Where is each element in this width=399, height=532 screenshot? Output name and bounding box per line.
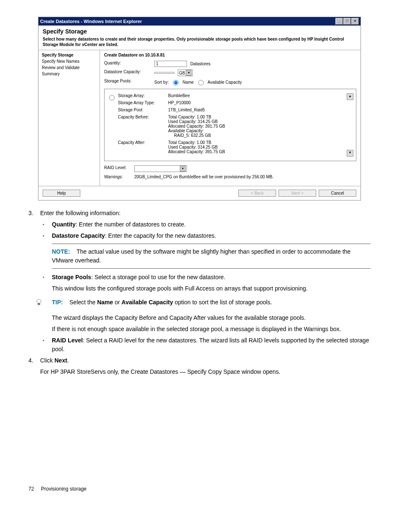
bullet-text: : Enter the number of datastores to crea…	[76, 221, 186, 228]
after-line2: Used Capacity: 314.25 GB	[168, 145, 347, 149]
bullet-text: : Select a RAID level for the new datast…	[52, 337, 369, 352]
pool-select-radio[interactable]	[109, 95, 115, 100]
tip-text: Select the	[69, 299, 97, 306]
step-body: Click Next. For HP 3PAR StoreServs only,…	[40, 356, 371, 376]
capacity-after-value: Total Capacity: 1.00 TB Used Capacity: 3…	[168, 140, 347, 154]
after-line3: Allocated Capacity: 391.75 GB	[168, 149, 347, 154]
bullet-sub-text: This window lists the configured storage…	[52, 284, 371, 293]
step-text: .	[67, 357, 69, 364]
wizard-nav: Specify Storage Specify New Names Review…	[38, 50, 100, 186]
bullet-icon: •	[43, 336, 52, 354]
capacity-unit-dropdown[interactable]: GB ▼	[178, 69, 193, 76]
capacity-label: Datastore Capacity:	[104, 69, 154, 76]
bullet-icon: •	[43, 273, 52, 293]
document-body: 3. Enter the following information: • Qu…	[28, 209, 371, 493]
nav-specify-storage[interactable]: Specify Storage	[42, 53, 96, 57]
pools-label: Storage Pools:	[104, 79, 154, 85]
close-icon[interactable]: ×	[351, 18, 359, 25]
bullet-item-pools: Storage Pools: Select a storage pool to …	[52, 273, 371, 293]
window-title: Create Datastores - Windows Internet Exp…	[40, 19, 142, 24]
scroll-up-icon[interactable]: ▲	[347, 93, 353, 100]
back-button[interactable]: < Back	[238, 190, 276, 197]
page-number: 72	[28, 486, 34, 492]
dialog-description: Select how many datastores to create and…	[43, 36, 356, 47]
scrollbar[interactable]: ▲ ▼	[347, 93, 353, 157]
bullet-text: : Enter the capacity for the new datasto…	[105, 232, 216, 239]
after-line1: Total Capacity: 1.00 TB	[168, 140, 347, 145]
nav-specify-names[interactable]: Specify New Names	[42, 59, 96, 64]
tip-text: or	[113, 299, 121, 306]
dialog-window: Create Datastores - Windows Internet Exp…	[38, 17, 361, 200]
next-button[interactable]: Next >	[279, 190, 316, 197]
sortby-avail-label: Available Capacity	[207, 80, 242, 85]
scroll-down-icon[interactable]: ▼	[347, 150, 353, 157]
capacity-before-value: Total Capacity: 1.00 TB Used Capacity: 3…	[168, 115, 347, 138]
dialog-footer: Help < Back Next > Cancel	[38, 186, 361, 200]
capacity-before-label: Capacity Before:	[118, 115, 168, 138]
sortby-avail-radio[interactable]	[198, 80, 204, 85]
before-line2: Used Capacity: 314.25 GB	[168, 119, 347, 124]
step-number: 4.	[28, 356, 40, 376]
pool-list: Storage Array: BumbleBee Storage Array T…	[104, 89, 356, 161]
page-footer: 72 Provisioning storage	[28, 485, 371, 493]
raid-label: RAID Level:	[104, 165, 134, 172]
quantity-label: Quantity:	[104, 61, 154, 67]
wizard-main: Create Datastore on 10.10.8.81 Quantity:…	[100, 50, 361, 186]
bullet-item-raid: RAID Level: Select a RAID level for the …	[52, 336, 371, 354]
step-next: Next	[54, 357, 67, 364]
dialog-header: Specify Storage Select how many datastor…	[38, 26, 361, 50]
nav-review[interactable]: Review and Validate	[42, 65, 96, 70]
storage-pool-value: 1TB_Limited_Raid5	[168, 108, 347, 112]
bullet-icon: •	[43, 220, 52, 229]
help-button[interactable]: Help	[43, 190, 80, 197]
paragraph: If there is not enough space available i…	[52, 325, 371, 334]
step-sub-text: For HP 3PAR StoreServs only, the Create …	[40, 368, 371, 376]
bullet-item-quantity: Quantity: Enter the number of datastores…	[52, 220, 371, 229]
quantity-input[interactable]: 1	[154, 61, 187, 67]
storage-pool-label: Storage Pool:	[118, 108, 168, 112]
before-line4: Available Capacity:	[168, 129, 347, 133]
bullet-label: Quantity	[52, 221, 76, 228]
note-label: NOTE:	[52, 248, 70, 255]
chevron-down-icon: ▼	[180, 166, 186, 172]
sortby-name-label: Name	[182, 80, 194, 85]
bullet-text: : Select a storage pool to use for the n…	[91, 274, 225, 280]
nav-summary[interactable]: Summary	[42, 72, 96, 76]
capacity-input[interactable]	[154, 72, 174, 74]
array-type-label: Storage Array Type:	[118, 100, 168, 105]
tip-icon	[35, 298, 52, 309]
page-section: Provisioning storage	[41, 486, 87, 492]
svg-rect-1	[38, 303, 40, 305]
quantity-suffix: Datastores	[190, 62, 210, 66]
before-line5: RAID_5: 632.25 GB	[168, 133, 347, 138]
bullet-item-capacity: Datastore Capacity: Enter the capacity f…	[52, 231, 371, 240]
bullet-label: RAID Level	[52, 337, 83, 344]
tip-text: option to sort the list of storage pools…	[173, 299, 272, 306]
note-text: The actual value used by the software mi…	[52, 248, 350, 264]
bullet-label: Storage Pools	[52, 274, 91, 280]
window-controls: _ □ ×	[335, 18, 359, 25]
warnings-text: 20GB_Limited_CPG on BumbleBee will be ov…	[134, 175, 274, 179]
warnings-label: Warnings:	[104, 175, 134, 179]
step-text: Click	[40, 357, 54, 364]
step-text: Enter the following information:	[40, 209, 371, 218]
cancel-button[interactable]: Cancel	[319, 190, 356, 197]
step-number: 3.	[28, 209, 40, 218]
capacity-unit-value: GB	[179, 71, 185, 75]
maximize-icon[interactable]: □	[343, 18, 351, 25]
before-line1: Total Capacity: 1.00 TB	[168, 115, 347, 119]
titlebar: Create Datastores - Windows Internet Exp…	[38, 17, 361, 26]
sortby-name-radio[interactable]	[173, 80, 179, 85]
tip-body: TIP: Select the Name or Available Capaci…	[52, 298, 272, 307]
minimize-icon[interactable]: _	[335, 18, 343, 25]
bullet-icon: •	[43, 231, 52, 240]
svg-point-0	[37, 299, 41, 303]
tip-name: Name	[97, 299, 113, 306]
array-type-value: HP_P10000	[168, 100, 347, 105]
array-label: Storage Array:	[118, 93, 168, 98]
array-value: BumbleBee	[168, 93, 347, 98]
dialog-title: Specify Storage	[43, 28, 356, 35]
bullet-label: Datastore Capacity	[52, 232, 105, 239]
raid-dropdown[interactable]: ▼	[134, 165, 187, 172]
sortby-label: Sort by:	[154, 80, 169, 85]
